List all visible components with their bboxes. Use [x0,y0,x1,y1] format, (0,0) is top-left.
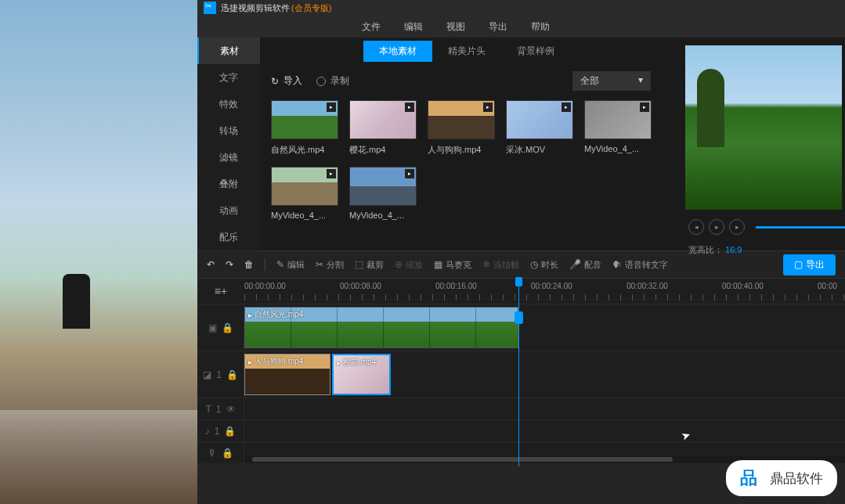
record-button[interactable]: 录制 [316,74,349,88]
record-icon [316,77,326,86]
media-item[interactable]: ▸自然风光.mp4 [271,100,338,156]
media-item[interactable]: ▸MyVideo_4_... [349,167,417,220]
tab-background[interactable]: 背景样例 [501,41,570,62]
menu-export[interactable]: 导出 [489,20,507,34]
app-title: 迅捷视频剪辑软件 [221,2,290,14]
play-icon: ▸ [405,169,414,178]
zoom-button[interactable]: ⊕缩放 [395,259,423,271]
media-item[interactable]: ▸樱花.mp4 [349,100,417,156]
menu-edit[interactable]: 编辑 [404,20,423,34]
sidebar-material[interactable]: 素材 [197,38,260,64]
watermark-text: 鼎品软件 [770,470,823,488]
timeline-clip[interactable]: ▸自然风光.mp4 [244,307,518,348]
overlay-track-icon: ◪ [203,369,211,380]
text-track-icon: T [205,404,211,415]
lock-icon[interactable]: 🔒 [226,369,238,380]
dub-button[interactable]: 🎤配音 [569,259,601,271]
prev-button[interactable]: ◂ [688,219,704,235]
redo-button[interactable]: ↷ [226,259,233,270]
sidebar-effects[interactable]: 特效 [197,91,260,117]
audio-track-icon: ♪ [205,426,210,437]
play-icon: ▸ [483,103,493,112]
video-track-icon: ▣ [208,322,217,333]
lock-icon[interactable]: 🔒 [224,426,236,437]
watermark-icon [740,466,764,490]
sidebar-overlay[interactable]: 叠附 [197,171,260,197]
aspect-value[interactable]: 16:9 [725,245,742,254]
split-button[interactable]: ✂分割 [316,259,344,271]
tab-intro[interactable]: 精美片头 [432,41,501,62]
timeline: ≡+ 00:00:00.00 00:00:08.00 00:00:16.00 0… [197,279,845,463]
eye-icon[interactable]: 👁 [226,404,236,415]
media-grid: ▸自然风光.mp4 ▸樱花.mp4 ▸人与狗狗.mp4 ▸采冰.MOV ▸MyV… [260,100,673,220]
play-icon: ▸ [327,103,336,112]
desktop-background [0,0,197,504]
audio-track: ♪1🔒 [197,419,845,441]
play-icon: ▸ [562,103,571,112]
export-button[interactable]: ▢导出 [783,254,836,275]
menu-view[interactable]: 视图 [446,20,465,34]
crop-button[interactable]: ⬚裁剪 [355,259,384,271]
lock-icon[interactable]: 🔒 [222,322,233,333]
freeze-button[interactable]: ❄冻结帧 [482,259,519,271]
sidebar-music[interactable]: 配乐 [197,224,260,250]
video-editor-window: 迅捷视频剪辑软件 (会员专版) 文件 编辑 视图 导出 帮助 素材 文字 特效 … [197,0,845,504]
delete-button[interactable]: 🗑 [244,259,254,270]
titlebar: 迅捷视频剪辑软件 (会员专版) [197,0,845,16]
video-track: ▣🔒 ▸自然风光.mp4 [197,304,845,351]
mic-track-icon: 🎙 [208,448,217,459]
sidebar-animation[interactable]: 动画 [197,197,260,224]
watermark: 鼎品软件 [726,460,837,496]
play-icon: ▸ [405,103,414,112]
refresh-icon: ↻ [271,76,279,87]
media-item[interactable]: ▸MyVideo_4_... [584,100,652,156]
text-track: T1👁 [197,398,845,419]
sidebar: 素材 文字 特效 转场 滤镜 叠附 动画 配乐 [197,38,260,250]
media-item[interactable]: ▸MyVideo_4_... [271,167,338,220]
duration-button[interactable]: ◷时长 [530,259,558,271]
app-edition: (会员专版) [291,2,331,14]
timeline-clip[interactable]: ▸人与狗狗.mp4 [244,354,330,395]
sidebar-transition[interactable]: 转场 [197,117,260,144]
menubar: 文件 编辑 视图 导出 帮助 [197,16,845,38]
preview-panel: ◂ ▸ ▸ 宽高比： 16:9 [673,38,845,250]
media-item[interactable]: ▸采冰.MOV [506,100,573,156]
sidebar-text[interactable]: 文字 [197,64,260,91]
media-item[interactable]: ▸人与狗狗.mp4 [428,100,495,156]
speech-button[interactable]: 🗣语音转文字 [612,259,668,271]
menu-help[interactable]: 帮助 [531,20,550,34]
app-icon [204,2,216,14]
timeline-clip-selected[interactable]: ▸樱花.mp4 [332,354,391,395]
import-button[interactable]: ↻ 导入 [271,74,302,88]
lock-icon[interactable]: 🔒 [222,448,233,459]
preview-image[interactable] [685,45,842,210]
mosaic-button[interactable]: ▦马赛克 [434,259,471,271]
chevron-down-icon: ▾ [638,74,643,88]
sidebar-filter[interactable]: 滤镜 [197,144,260,171]
undo-button[interactable]: ↶ [207,259,215,270]
progress-bar[interactable] [756,226,845,229]
overlay-track: ◪1🔒 ▸人与狗狗.mp4 ▸樱花.mp4 [197,351,845,398]
menu-file[interactable]: 文件 [362,20,381,34]
aspect-label: 宽高比： [688,245,723,254]
next-button[interactable]: ▸ [729,219,745,235]
play-icon: ▸ [327,169,336,178]
play-button[interactable]: ▸ [709,219,724,235]
playhead[interactable] [518,279,519,466]
play-icon: ▸ [640,103,649,112]
filter-dropdown[interactable]: 全部 ▾ [572,71,651,91]
time-ruler[interactable]: 00:00:00.00 00:00:08.00 00:00:16.00 00:0… [244,279,845,304]
edit-button[interactable]: ✎编辑 [276,259,305,271]
media-panel: 本地素材 精美片头 背景样例 ↻ 导入 录制 全部 ▾ ▸自然风光 [260,38,673,250]
tab-local[interactable]: 本地素材 [363,41,432,62]
add-track-button[interactable]: ≡+ [197,279,244,304]
